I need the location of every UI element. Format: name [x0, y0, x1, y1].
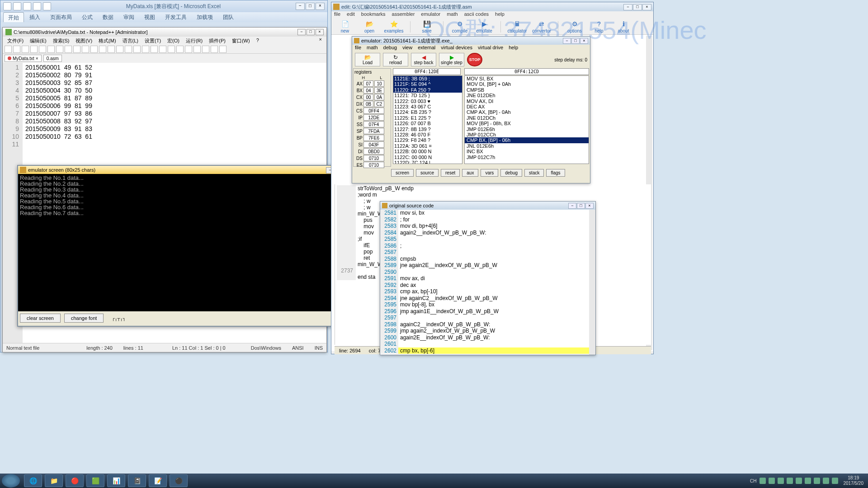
- ribbon-tab[interactable]: 审阅: [119, 12, 139, 22]
- emuide-titlebar[interactable]: edit: G:\汇编\2015051641-E\2015051641-E-1成…: [331, 2, 653, 11]
- reg-CX-l[interactable]: [374, 94, 384, 100]
- source-line[interactable]: 2599jmp again2__indexOf_W_pB_W_pB_W: [380, 328, 595, 334]
- excel-qat[interactable]: [3, 2, 51, 10]
- source-line[interactable]: 2581mov si, bx: [380, 210, 595, 216]
- toolbar-button[interactable]: [133, 46, 141, 53]
- byte-row[interactable]: 11225: E1 225 ?: [393, 115, 462, 121]
- minimize-icon[interactable]: −: [297, 29, 306, 35]
- tray-icon[interactable]: [760, 478, 766, 484]
- menu-format[interactable]: 格式(M): [96, 37, 119, 45]
- menu-file[interactable]: file: [355, 45, 361, 52]
- toolbar-button[interactable]: [73, 46, 80, 53]
- byte-row[interactable]: 11222: 03 003 ♥: [393, 99, 462, 104]
- osrc-editor[interactable]: 2581mov si, bx2582; for2583mov di, bp+4[…: [380, 210, 595, 355]
- aux-button[interactable]: aux: [462, 169, 478, 177]
- taskbar-app[interactable]: 🟩: [86, 474, 104, 487]
- toolbar-button[interactable]: [202, 46, 209, 53]
- menu-run[interactable]: 运行(R): [183, 37, 205, 45]
- reg-DX-l[interactable]: [374, 101, 384, 107]
- reg-DS[interactable]: [363, 155, 384, 161]
- tool-new[interactable]: 📄new: [335, 20, 355, 33]
- flags-button[interactable]: flags: [546, 169, 565, 177]
- npp-toolbar[interactable]: [3, 45, 326, 54]
- scrollbar[interactable]: [589, 210, 595, 355]
- bytes-list[interactable]: 1121E: 3B 059 ;1121F: 5E 094 ^11220: FA …: [393, 75, 462, 164]
- menu-vdevices[interactable]: virtual devices: [441, 45, 472, 52]
- reg-BP[interactable]: [363, 135, 384, 141]
- debug-button[interactable]: debug: [500, 169, 522, 177]
- toolbar-button[interactable]: [22, 46, 29, 53]
- toolbar-button[interactable]: [151, 46, 158, 53]
- ribbon-tab[interactable]: 视图: [140, 12, 160, 22]
- disasm-row[interactable]: ...: [465, 160, 589, 164]
- byte-row[interactable]: 11226: 07 007 B: [393, 121, 462, 126]
- maximize-icon[interactable]: □: [577, 203, 585, 209]
- toolbar-button[interactable]: [47, 46, 55, 53]
- disasm-row[interactable]: DEC AX: [465, 104, 589, 109]
- byte-row[interactable]: 11227: 8B 139 ?: [393, 127, 462, 132]
- load-button[interactable]: 📂Load: [355, 53, 380, 66]
- menu-math[interactable]: math: [367, 45, 377, 52]
- menu-language[interactable]: 语言(L): [120, 37, 141, 45]
- menu-edit[interactable]: 编辑(E): [27, 37, 49, 45]
- ribbon-tab[interactable]: 插入: [25, 12, 45, 22]
- ribbon-tab[interactable]: 开发工具: [160, 12, 191, 22]
- source-line[interactable]: 2601: [380, 341, 595, 347]
- tray-icon[interactable]: [796, 478, 802, 484]
- reg-IP[interactable]: [363, 114, 384, 121]
- tool-about[interactable]: ℹabout: [613, 20, 633, 33]
- maximize-icon[interactable]: □: [306, 3, 315, 10]
- source-line[interactable]: 2592dec ax: [380, 282, 595, 289]
- emulator-console[interactable]: Reading the No.1 data...Reading the No.2…: [18, 174, 353, 311]
- menu-bookmarks[interactable]: bookmarks: [361, 11, 386, 19]
- address2-input[interactable]: [464, 68, 589, 75]
- close-icon[interactable]: ×: [642, 4, 651, 10]
- menu-help[interactable]: help: [509, 45, 518, 52]
- maximize-icon[interactable]: □: [571, 38, 580, 44]
- toolbar-button[interactable]: [13, 46, 20, 53]
- disasm-row[interactable]: JNL 012E6h: [465, 143, 589, 149]
- ribbon-tab[interactable]: 团队: [218, 12, 238, 22]
- toolbar-button[interactable]: [99, 46, 106, 53]
- menu-help[interactable]: help: [495, 11, 505, 19]
- source-line[interactable]: 2589jne again2E__indexOf_W_pB_W_pB_W: [380, 262, 595, 269]
- source-line[interactable]: 2583mov di, bp+4[6]: [380, 223, 595, 230]
- disasm-row[interactable]: JMP 012CCh: [465, 132, 589, 137]
- byte-row[interactable]: 1122B: 00 000 N: [393, 149, 462, 154]
- taskbar[interactable]: 🌐 📁 🔴 🟩 📊 📓 📝 ⚫ CH 18:192017/5/20: [0, 474, 868, 488]
- toolbar-button[interactable]: [90, 46, 98, 53]
- close-icon[interactable]: ×: [580, 38, 588, 44]
- tool-calculator[interactable]: 🖩calculator: [507, 20, 527, 33]
- tool-options[interactable]: ⚙options: [565, 20, 585, 33]
- tray-icon[interactable]: [778, 478, 784, 484]
- disasm-row[interactable]: CMP BX, [BP] - 06h: [465, 137, 589, 143]
- disasm-row[interactable]: CMP AX, [BP] - 0Ah: [465, 109, 589, 115]
- stack-button[interactable]: stack: [524, 169, 544, 177]
- source-line[interactable]: 2587: [380, 249, 595, 256]
- ribbon-tab[interactable]: 开始: [3, 12, 24, 22]
- screen-button[interactable]: screen: [391, 169, 414, 177]
- minimize-icon[interactable]: −: [623, 4, 632, 10]
- excel-window-buttons[interactable]: −□×: [296, 3, 325, 10]
- menu-debug[interactable]: debug: [383, 45, 397, 52]
- emudbg-titlebar[interactable]: emulator: 2015051641-E-1成绩管理.exe_ −□×: [352, 37, 590, 45]
- tool-compile[interactable]: ⚙compile: [450, 20, 470, 33]
- disasm-row[interactable]: JNE 012DCh: [465, 115, 589, 121]
- menu-settings[interactable]: 设置(T): [142, 37, 164, 45]
- taskbar-app[interactable]: 🌐: [24, 474, 42, 487]
- ribbon-tab[interactable]: 数据: [98, 12, 118, 22]
- byte-row[interactable]: 11220: FA 250 ?: [393, 87, 462, 93]
- reg-CX-h[interactable]: [363, 94, 373, 100]
- minimize-icon[interactable]: −: [568, 203, 576, 209]
- tool-save[interactable]: 💾save: [417, 20, 437, 33]
- tray-icon[interactable]: [787, 478, 793, 484]
- menu-vdrive[interactable]: virtual drive: [478, 45, 503, 52]
- toolbar-button[interactable]: [185, 46, 192, 53]
- reg-SP[interactable]: [363, 128, 384, 134]
- emuide-menubar[interactable]: file edit bookmarks assembler emulator m…: [331, 11, 653, 19]
- close-icon[interactable]: ×: [316, 29, 324, 35]
- reg-SI[interactable]: [363, 141, 384, 148]
- reg-AX-l[interactable]: [374, 80, 384, 87]
- reg-CS[interactable]: [363, 108, 384, 114]
- byte-row[interactable]: 1121E: 3B 059 ;: [393, 76, 462, 81]
